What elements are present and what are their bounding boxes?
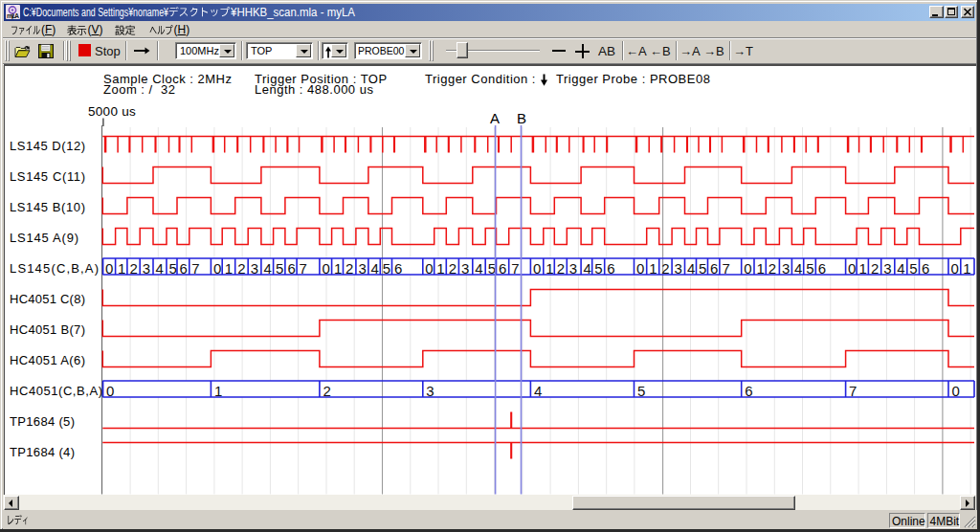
svg-text:3: 3 <box>569 260 577 277</box>
svg-text:1: 1 <box>757 260 765 277</box>
svg-text:7: 7 <box>300 260 307 277</box>
svg-text:4: 4 <box>534 383 542 399</box>
svg-text:1: 1 <box>334 260 342 277</box>
svg-text:0: 0 <box>951 260 959 277</box>
svg-text:6: 6 <box>745 383 752 399</box>
svg-text:4: 4 <box>263 260 271 277</box>
svg-text:5: 5 <box>637 383 645 399</box>
svg-text:HC4051 C(8): HC4051 C(8) <box>10 292 85 306</box>
svg-text:C:¥Documents and Settings¥nona: C:¥Documents and Settings¥noname¥ <box>23 6 168 19</box>
svg-text:LS145 C(11): LS145 C(11) <box>10 169 85 184</box>
svg-text:TP1684 (5): TP1684 (5) <box>10 414 75 429</box>
svg-text:6: 6 <box>180 260 188 277</box>
svg-text:5: 5 <box>276 260 283 277</box>
svg-text:7: 7 <box>722 260 729 277</box>
svg-text:2: 2 <box>449 260 457 277</box>
svg-text:LS145(C,B,A): LS145(C,B,A) <box>10 261 99 276</box>
svg-text:1: 1 <box>859 260 867 277</box>
svg-text:4: 4 <box>156 260 164 277</box>
svg-text:HC4051 A(6): HC4051 A(6) <box>10 353 85 367</box>
svg-text:7: 7 <box>191 260 199 277</box>
svg-text:0: 0 <box>425 260 433 277</box>
svg-text:1: 1 <box>118 260 125 277</box>
svg-text:2: 2 <box>129 260 137 277</box>
svg-text:6: 6 <box>710 260 718 277</box>
svg-text:6: 6 <box>499 260 506 277</box>
svg-text:0: 0 <box>952 383 960 399</box>
svg-text:1: 1 <box>649 260 657 277</box>
svg-text:5: 5 <box>909 260 917 277</box>
svg-text:3: 3 <box>426 383 434 399</box>
svg-text:6: 6 <box>922 260 929 277</box>
svg-text:3: 3 <box>883 260 891 277</box>
svg-text:2: 2 <box>323 383 330 399</box>
svg-text:LS145 B(10): LS145 B(10) <box>10 200 85 214</box>
svg-text:1: 1 <box>214 383 222 399</box>
svg-text:0: 0 <box>744 260 751 277</box>
svg-text:5: 5 <box>383 260 390 277</box>
svg-text:3: 3 <box>461 260 469 277</box>
svg-text:0: 0 <box>106 383 114 399</box>
svg-text:0: 0 <box>533 260 541 277</box>
svg-text:1: 1 <box>963 260 970 277</box>
svg-text:4: 4 <box>370 260 378 277</box>
svg-text:0: 0 <box>322 260 329 277</box>
svg-text:4: 4 <box>584 260 591 277</box>
svg-text:5: 5 <box>488 260 496 277</box>
svg-text:5: 5 <box>806 260 813 277</box>
svg-text:4: 4 <box>475 260 482 277</box>
svg-text:5: 5 <box>594 260 602 277</box>
svg-text:myLA: myLA <box>7 12 19 20</box>
svg-text:3: 3 <box>251 260 258 277</box>
svg-text:LS145 A(9): LS145 A(9) <box>10 231 78 245</box>
svg-text:4: 4 <box>794 260 802 277</box>
svg-text:3: 3 <box>675 260 682 277</box>
svg-text:0: 0 <box>636 260 644 277</box>
svg-text:6: 6 <box>818 260 826 277</box>
svg-text:1: 1 <box>225 260 233 277</box>
svg-text:4: 4 <box>687 260 695 277</box>
svg-text:2: 2 <box>557 260 565 277</box>
svg-text:6: 6 <box>287 260 295 277</box>
svg-text:2: 2 <box>345 260 353 277</box>
svg-text:HC4051(C,B,A): HC4051(C,B,A) <box>10 384 102 398</box>
svg-text:2: 2 <box>237 260 245 277</box>
svg-text:6: 6 <box>607 260 614 277</box>
svg-text:0: 0 <box>848 260 856 277</box>
svg-text:LS145 D(12): LS145 D(12) <box>10 139 85 153</box>
svg-text:5: 5 <box>169 260 177 277</box>
svg-text:7: 7 <box>849 383 857 399</box>
svg-text:7: 7 <box>511 260 519 277</box>
svg-text:1: 1 <box>546 260 553 277</box>
svg-text:TP1684 (4): TP1684 (4) <box>10 445 75 459</box>
svg-text:HC4051 B(7): HC4051 B(7) <box>10 322 85 337</box>
svg-text:2: 2 <box>768 260 776 277</box>
svg-text:2: 2 <box>871 260 879 277</box>
svg-text:1: 1 <box>436 260 444 277</box>
svg-text:4: 4 <box>897 260 904 277</box>
svg-text:0: 0 <box>213 260 221 277</box>
svg-text:3: 3 <box>782 260 790 277</box>
svg-text:3: 3 <box>358 260 366 277</box>
svg-text:0: 0 <box>105 260 113 277</box>
svg-text:3: 3 <box>143 260 150 277</box>
svg-text:5: 5 <box>699 260 706 277</box>
svg-text:¥HHKB_scan.mla - myLA: ¥HHKB_scan.mla - myLA <box>230 6 355 19</box>
svg-text:6: 6 <box>394 260 402 277</box>
svg-text:2: 2 <box>661 260 669 277</box>
